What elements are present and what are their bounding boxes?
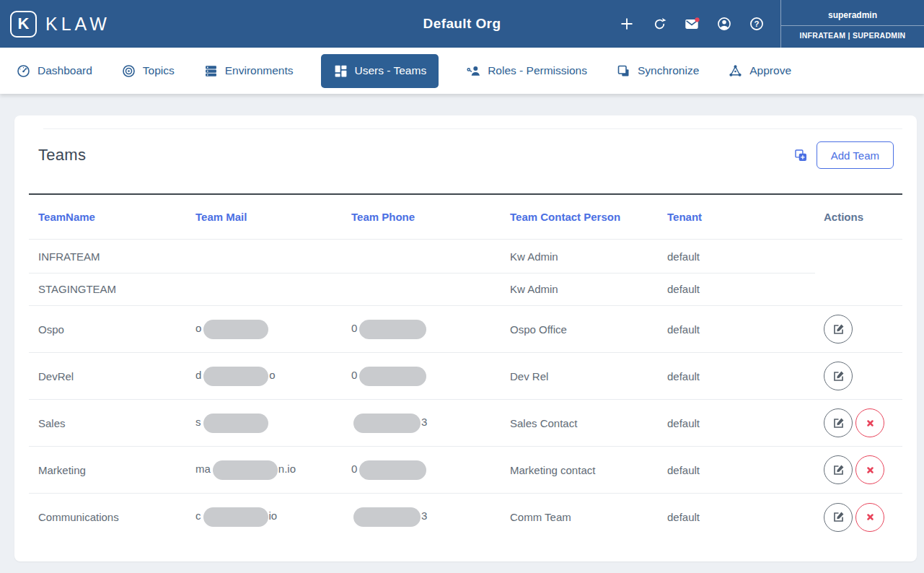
tab-label: Synchronize <box>638 64 699 77</box>
mail-prefix: s <box>195 416 201 428</box>
mail-icon[interactable] <box>684 16 700 32</box>
team-name-cell: Communications <box>38 511 195 523</box>
redaction-pill <box>359 367 426 386</box>
teams-table: TeamName Team Mail Team Phone Team Conta… <box>29 193 902 541</box>
user-team-role: INFRATEAM | SUPERADMIN <box>781 26 924 43</box>
users-teams-grid-icon <box>333 64 348 79</box>
col-team-name: TeamName <box>38 211 195 223</box>
phone-suffix: 3 <box>421 416 427 428</box>
mail-prefix: o <box>195 322 201 334</box>
redaction-pill <box>203 507 268 527</box>
roles-permissions-key-user-icon <box>466 64 481 79</box>
redaction-pill <box>213 460 278 480</box>
redaction-pill <box>359 460 426 480</box>
tab-label: Dashboard <box>38 64 92 77</box>
team-mail-cell: cio <box>195 507 351 527</box>
team-name-cell: INFRATEAM <box>38 250 195 263</box>
table-header-row: TeamName Team Mail Team Phone Team Conta… <box>29 193 902 240</box>
tab-environments[interactable]: Environments <box>202 54 295 88</box>
divider <box>43 128 902 129</box>
edit-team-button[interactable] <box>824 503 853 532</box>
redaction-pill <box>353 507 421 527</box>
add-team-button[interactable]: Add Team <box>817 141 894 169</box>
tab-topics[interactable]: Topics <box>120 54 176 88</box>
mail-suffix: io <box>269 509 278 522</box>
table-row: Marketing man.io 0 Marketing contact def… <box>29 447 902 494</box>
tenant-cell: default <box>667 464 824 476</box>
tab-approve[interactable]: Approve <box>726 54 793 88</box>
help-icon[interactable]: ? <box>749 16 765 32</box>
edit-team-button[interactable] <box>824 408 853 437</box>
klaw-logo-icon: K <box>10 11 37 38</box>
topics-target-icon <box>121 64 136 79</box>
tab-roles-permissions[interactable]: Roles - Permissions <box>465 54 589 88</box>
tab-synchronize[interactable]: Synchronize <box>615 54 700 88</box>
main-nav: Dashboard Topics Environments Users - Te… <box>0 48 924 94</box>
team-mail-cell: do <box>195 367 351 386</box>
col-actions: Actions <box>824 211 902 223</box>
tenant-cell: default <box>667 370 824 382</box>
team-mail-cell: man.io <box>195 460 351 480</box>
col-team-mail: Team Mail <box>195 211 351 223</box>
dashboard-gauge-icon <box>16 64 31 79</box>
delete-team-button[interactable] <box>855 503 884 532</box>
actions-cell <box>824 315 902 344</box>
team-name-cell: Sales <box>38 417 195 429</box>
table-row: Sales s 3 Sales Contact default <box>29 400 902 447</box>
team-phone-cell: 3 <box>351 414 510 433</box>
tab-label: Users - Teams <box>355 64 427 77</box>
tenant-cell: default <box>667 511 824 523</box>
user-menu[interactable]: superadmin INFRATEAM | SUPERADMIN <box>780 0 924 48</box>
mail-suffix: o <box>269 369 275 381</box>
environments-server-icon <box>203 64 219 79</box>
add-team-icon <box>794 149 808 162</box>
brand-logo[interactable]: K KLAW <box>0 11 110 38</box>
table-row: Communications cio 3 Comm Team default <box>29 494 902 541</box>
redaction-pill <box>203 320 268 339</box>
contact-cell: Ospo Office <box>510 323 667 336</box>
phone-suffix: 3 <box>421 509 427 522</box>
team-mail-cell: s <box>195 414 351 433</box>
table-row: Ospo o 0 Ospo Office default <box>29 306 902 353</box>
username: superadmin <box>781 6 924 26</box>
phone-prefix: 0 <box>351 322 357 334</box>
actions-cell <box>824 362 902 390</box>
tab-label: Topics <box>143 64 175 77</box>
svg-text:?: ? <box>754 19 760 28</box>
contact-cell: Dev Rel <box>510 370 667 382</box>
redaction-pill <box>203 414 268 433</box>
edit-team-button[interactable] <box>824 362 853 390</box>
mail-prefix: c <box>195 509 201 522</box>
edit-team-button[interactable] <box>824 455 853 484</box>
tenant-cell: default <box>667 283 824 295</box>
tenant-cell: default <box>667 417 824 429</box>
col-contact-person: Team Contact Person <box>510 211 667 223</box>
account-icon[interactable] <box>716 16 732 32</box>
teams-card: Teams Add Team TeamName Team Mail Team P… <box>14 115 917 561</box>
tab-users-teams[interactable]: Users - Teams <box>321 54 439 88</box>
unread-badge <box>695 17 699 22</box>
edit-team-button[interactable] <box>824 315 853 344</box>
actions-cell <box>824 503 902 532</box>
team-name-cell: Ospo <box>38 323 195 336</box>
team-phone-cell: 3 <box>351 507 510 527</box>
contact-cell: Kw Admin <box>510 250 667 263</box>
contact-cell: Comm Team <box>510 511 667 523</box>
table-row: DevRel do 0 Dev Rel default <box>29 353 902 400</box>
tab-label: Environments <box>225 64 294 77</box>
tab-dashboard[interactable]: Dashboard <box>14 54 94 88</box>
plus-icon[interactable] <box>619 16 635 32</box>
phone-prefix: 0 <box>351 369 357 381</box>
contact-cell: Marketing contact <box>510 464 667 476</box>
tab-label: Approve <box>749 64 791 77</box>
brand-name: KLAW <box>45 14 110 35</box>
refresh-icon[interactable] <box>651 16 667 32</box>
table-row: STAGINGTEAM Kw Admin default <box>29 273 902 306</box>
actions-cell <box>824 455 902 484</box>
redaction-pill <box>353 414 421 433</box>
delete-team-button[interactable] <box>855 455 884 484</box>
redaction-pill <box>359 320 426 339</box>
mail-prefix: ma <box>195 463 211 475</box>
team-mail-cell: o <box>195 320 351 339</box>
delete-team-button[interactable] <box>855 408 884 437</box>
